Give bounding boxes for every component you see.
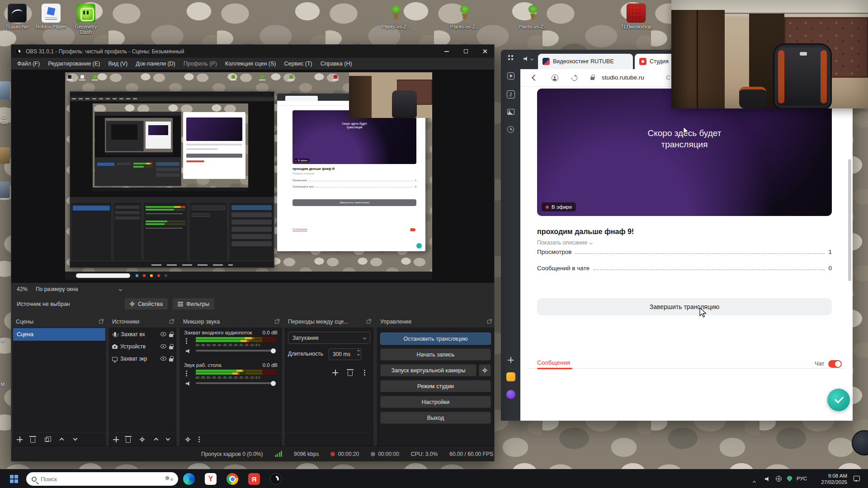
source-properties-button[interactable] [141, 438, 144, 441]
properties-button[interactable]: Свойства [124, 298, 168, 310]
remove-transition-button[interactable] [348, 371, 353, 376]
maximize-button[interactable] [456, 45, 475, 58]
lock-icon[interactable] [169, 334, 173, 337]
source-item-device[interactable]: Устройств [109, 340, 176, 352]
speaker-icon[interactable] [186, 381, 191, 386]
chrome-icon[interactable] [225, 472, 240, 486]
start-button[interactable] [6, 473, 22, 485]
spin-down-icon[interactable] [357, 353, 360, 356]
duration-spinbox[interactable]: 300 ms [329, 348, 361, 360]
desktop-icon-partial[interactable] [0, 81, 10, 99]
sidebar-service-orange[interactable] [501, 372, 520, 381]
popout-icon[interactable] [275, 320, 278, 324]
add-source-button[interactable] [113, 436, 119, 442]
sidebar-history-button[interactable] [501, 126, 520, 133]
start-recording-button[interactable]: Начать запись [380, 348, 491, 361]
menu-scene-collection[interactable]: Коллекция сцен (S) [221, 61, 280, 67]
profile-button[interactable] [552, 75, 558, 81]
slider-knob[interactable] [271, 381, 276, 386]
tab-audio-control[interactable] [524, 56, 533, 61]
tray-expand-button[interactable] [753, 477, 755, 485]
language-indicator[interactable]: РУС [797, 476, 813, 481]
popout-icon[interactable] [487, 320, 491, 324]
desktop-icon-plants-2[interactable]: Plants-vs-Z... [448, 4, 482, 29]
remove-scene-button[interactable] [30, 438, 35, 443]
slider-knob[interactable] [271, 348, 276, 353]
obs-titlebar[interactable]: OBS 31.0.1 - Профиль: чистый профиль - С… [11, 45, 494, 58]
speaker-icon[interactable] [186, 349, 191, 353]
scene-item-selected[interactable]: Сцена [13, 328, 105, 341]
desktop-icon-partial[interactable] [0, 182, 10, 198]
sidebar-add-button[interactable] [501, 357, 520, 363]
end-stream-button[interactable]: Завершить трансляцию [537, 298, 832, 315]
taskbar-clock[interactable]: 9:08 AM 27/02/2025 [813, 473, 847, 485]
floating-widget[interactable] [852, 430, 868, 455]
zoom-mode-dropdown[interactable]: По размеру окна [36, 286, 122, 292]
action-center-button[interactable] [854, 476, 860, 481]
virtual-camera-button[interactable]: Запуск виртуальной камеры [380, 364, 476, 376]
exit-button[interactable]: Выход [380, 412, 491, 424]
lock-icon[interactable] [169, 346, 173, 349]
sidebar-apps-button[interactable] [501, 55, 520, 60]
sidebar-images-button[interactable] [501, 109, 520, 115]
desktop-icon-tldworkshop[interactable]: TLDworkshop [619, 4, 653, 29]
duplicate-scene-button[interactable] [45, 438, 49, 442]
obs-preview-canvas[interactable]: Скоро здесь будет трансляция В эфире про… [11, 70, 494, 283]
filters-button[interactable]: Фильтры [172, 298, 215, 310]
remove-source-button[interactable] [126, 438, 131, 443]
minimize-button[interactable] [437, 45, 456, 58]
mixer-menu-icon[interactable] [198, 436, 200, 442]
spin-up-icon[interactable] [357, 350, 360, 352]
reload-button[interactable] [571, 75, 577, 81]
source-item-audio[interactable]: Захват вх [109, 328, 176, 340]
menu-profile[interactable]: Профиль (P) [179, 61, 221, 67]
menu-docks[interactable]: Док-панели (D) [132, 61, 179, 67]
popout-icon[interactable] [99, 320, 103, 324]
scrollbar[interactable] [848, 159, 851, 281]
tray-network[interactable] [776, 476, 782, 482]
volume-slider[interactable] [196, 350, 276, 352]
close-button[interactable] [475, 45, 494, 58]
menu-view[interactable]: Вид (V) [104, 61, 132, 67]
menu-file[interactable]: Файл (F) [13, 61, 44, 67]
move-scene-up-button[interactable] [60, 438, 64, 442]
studio-mode-button[interactable]: Режим студии [380, 380, 491, 392]
address-url[interactable]: studio.rutube.ru [602, 74, 644, 81]
mixer-settings-icon[interactable] [186, 438, 189, 441]
visibility-icon[interactable] [160, 357, 166, 361]
channel-menu-icon[interactable] [186, 371, 187, 376]
visibility-icon[interactable] [160, 344, 166, 348]
desktop-icon-plants-1[interactable]: Plants-vs-Z... [379, 4, 413, 29]
transition-select[interactable]: Затухание [288, 332, 370, 344]
add-transition-button[interactable] [332, 370, 338, 375]
tab-rutube[interactable]: Видеохостинг RUTUBE [538, 54, 633, 69]
menu-help[interactable]: Справка (H) [316, 61, 356, 67]
sidebar-service-purple[interactable] [501, 390, 520, 399]
chat-toggle[interactable] [828, 360, 842, 368]
sidebar-video-button[interactable] [501, 72, 520, 80]
move-source-down-button[interactable] [166, 436, 170, 441]
visibility-icon[interactable] [160, 332, 166, 336]
add-scene-button[interactable] [17, 436, 23, 442]
menu-edit[interactable]: Редактирование (E) [44, 61, 104, 67]
desktop-icon-geometry-dash[interactable]: Geometry Dash [69, 4, 103, 35]
volume-slider[interactable] [196, 382, 276, 384]
webcam-overlay[interactable] [671, 0, 868, 108]
transition-menu-icon[interactable] [364, 370, 365, 375]
lock-icon[interactable] [169, 358, 173, 361]
popout-icon[interactable] [367, 320, 370, 324]
desktop-icon-plants-3[interactable]: Plants-vs-Z... [516, 4, 550, 29]
edge-browser-icon[interactable] [182, 472, 196, 486]
settings-button[interactable]: Настройки [380, 396, 491, 408]
stop-streaming-button[interactable]: Остановить трансляцию [380, 333, 491, 345]
search-input[interactable] [41, 476, 160, 483]
search-widget-icon[interactable] [164, 474, 175, 484]
taskbar-search[interactable] [26, 472, 178, 486]
tray-security[interactable] [787, 476, 792, 482]
desktop-icon-roblox[interactable]: Roblox Player [34, 4, 68, 29]
desktop-icon-tlauncher[interactable]: TLauncher [0, 4, 34, 29]
messages-tab[interactable]: Сообщения [537, 359, 570, 366]
obs-taskbar-icon[interactable] [269, 472, 283, 486]
back-button[interactable] [533, 75, 537, 80]
show-description-link[interactable]: Показать описание [537, 239, 592, 246]
